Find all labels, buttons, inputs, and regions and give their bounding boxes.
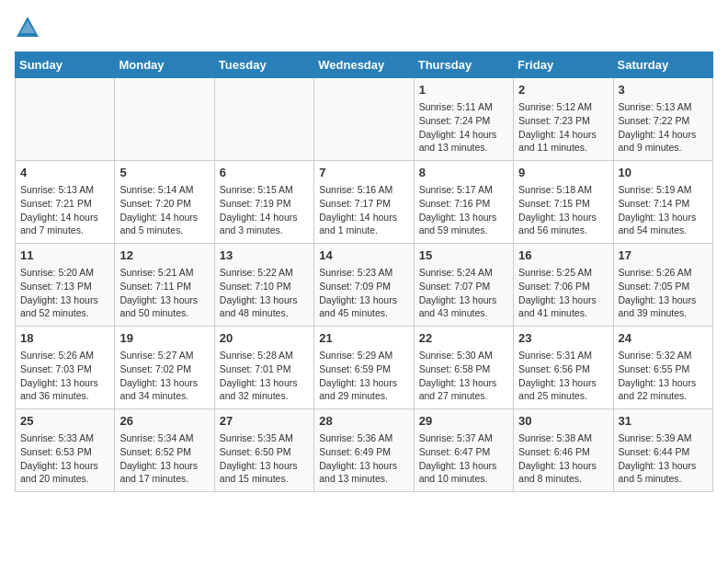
day-number: 9 xyxy=(518,165,608,181)
calendar-week-row: 11Sunrise: 5:20 AMSunset: 7:13 PMDayligh… xyxy=(16,244,713,327)
day-number: 10 xyxy=(619,165,708,181)
calendar-cell: 2Sunrise: 5:12 AMSunset: 7:23 PMDaylight… xyxy=(514,78,613,161)
day-info: Sunrise: 5:38 AMSunset: 6:46 PMDaylight:… xyxy=(518,431,608,486)
day-info: Sunrise: 5:15 AMSunset: 7:19 PMDaylight:… xyxy=(220,183,309,237)
day-info: Sunrise: 5:23 AMSunset: 7:09 PMDaylight:… xyxy=(319,266,408,320)
day-number: 4 xyxy=(20,165,109,181)
day-info: Sunrise: 5:28 AMSunset: 7:01 PMDaylight:… xyxy=(220,349,309,403)
day-number: 6 xyxy=(220,165,309,181)
day-number: 27 xyxy=(220,413,309,430)
calendar-cell: 19Sunrise: 5:27 AMSunset: 7:02 PMDayligh… xyxy=(115,327,214,409)
day-number: 23 xyxy=(518,330,608,347)
day-number: 18 xyxy=(20,330,109,347)
calendar-cell: 1Sunrise: 5:11 AMSunset: 7:24 PMDaylight… xyxy=(414,78,513,161)
day-number: 7 xyxy=(319,165,408,181)
calendar-cell: 23Sunrise: 5:31 AMSunset: 6:56 PMDayligh… xyxy=(514,327,613,409)
calendar-cell: 24Sunrise: 5:32 AMSunset: 6:55 PMDayligh… xyxy=(613,327,712,409)
day-info: Sunrise: 5:26 AMSunset: 7:05 PMDaylight:… xyxy=(619,266,708,320)
calendar-cell: 31Sunrise: 5:39 AMSunset: 6:44 PMDayligh… xyxy=(613,409,712,492)
calendar-cell: 30Sunrise: 5:38 AMSunset: 6:46 PMDayligh… xyxy=(514,409,613,492)
day-info: Sunrise: 5:24 AMSunset: 7:07 PMDaylight:… xyxy=(419,266,508,320)
day-info: Sunrise: 5:18 AMSunset: 7:15 PMDaylight:… xyxy=(518,183,608,237)
day-info: Sunrise: 5:17 AMSunset: 7:16 PMDaylight:… xyxy=(419,183,508,237)
day-header-friday: Friday xyxy=(514,52,613,78)
day-info: Sunrise: 5:39 AMSunset: 6:44 PMDaylight:… xyxy=(619,431,708,486)
day-info: Sunrise: 5:21 AMSunset: 7:11 PMDaylight:… xyxy=(119,266,209,320)
calendar-cell: 20Sunrise: 5:28 AMSunset: 7:01 PMDayligh… xyxy=(214,327,313,409)
day-number: 2 xyxy=(518,82,608,98)
day-number: 22 xyxy=(419,330,508,347)
calendar-cell: 7Sunrise: 5:16 AMSunset: 7:17 PMDaylight… xyxy=(314,161,414,244)
calendar-cell: 15Sunrise: 5:24 AMSunset: 7:07 PMDayligh… xyxy=(414,244,513,327)
day-number: 25 xyxy=(20,413,109,430)
day-number: 26 xyxy=(119,413,209,430)
day-info: Sunrise: 5:27 AMSunset: 7:02 PMDaylight:… xyxy=(119,349,209,403)
calendar-cell: 26Sunrise: 5:34 AMSunset: 6:52 PMDayligh… xyxy=(115,409,214,492)
day-info: Sunrise: 5:32 AMSunset: 6:55 PMDaylight:… xyxy=(619,349,708,403)
calendar-cell: 16Sunrise: 5:25 AMSunset: 7:06 PMDayligh… xyxy=(514,244,613,327)
calendar-cell: 25Sunrise: 5:33 AMSunset: 6:53 PMDayligh… xyxy=(16,409,115,492)
day-number: 19 xyxy=(119,330,209,347)
day-info: Sunrise: 5:11 AMSunset: 7:24 PMDaylight:… xyxy=(419,100,508,155)
logo-icon xyxy=(15,15,40,40)
day-info: Sunrise: 5:33 AMSunset: 6:53 PMDaylight:… xyxy=(20,431,109,486)
day-info: Sunrise: 5:31 AMSunset: 6:56 PMDaylight:… xyxy=(518,349,608,403)
calendar-table: SundayMondayTuesdayWednesdayThursdayFrid… xyxy=(15,52,713,492)
calendar-cell: 22Sunrise: 5:30 AMSunset: 6:58 PMDayligh… xyxy=(414,327,513,409)
calendar-cell: 6Sunrise: 5:15 AMSunset: 7:19 PMDaylight… xyxy=(214,161,313,244)
calendar-cell xyxy=(214,78,313,161)
day-header-monday: Monday xyxy=(115,52,214,78)
calendar-cell: 4Sunrise: 5:13 AMSunset: 7:21 PMDaylight… xyxy=(16,161,115,244)
logo xyxy=(15,15,44,40)
day-info: Sunrise: 5:13 AMSunset: 7:22 PMDaylight:… xyxy=(619,100,708,155)
day-info: Sunrise: 5:25 AMSunset: 7:06 PMDaylight:… xyxy=(518,266,608,320)
day-info: Sunrise: 5:35 AMSunset: 6:50 PMDaylight:… xyxy=(220,431,309,486)
calendar-cell: 14Sunrise: 5:23 AMSunset: 7:09 PMDayligh… xyxy=(314,244,414,327)
day-info: Sunrise: 5:36 AMSunset: 6:49 PMDaylight:… xyxy=(319,431,408,486)
calendar-cell: 28Sunrise: 5:36 AMSunset: 6:49 PMDayligh… xyxy=(314,409,414,492)
calendar-week-row: 18Sunrise: 5:26 AMSunset: 7:03 PMDayligh… xyxy=(16,327,713,409)
calendar-cell: 5Sunrise: 5:14 AMSunset: 7:20 PMDaylight… xyxy=(115,161,214,244)
day-number: 3 xyxy=(619,82,708,98)
calendar-cell: 17Sunrise: 5:26 AMSunset: 7:05 PMDayligh… xyxy=(613,244,712,327)
day-number: 11 xyxy=(20,247,109,264)
day-number: 21 xyxy=(319,330,408,347)
day-number: 29 xyxy=(419,413,508,430)
day-info: Sunrise: 5:13 AMSunset: 7:21 PMDaylight:… xyxy=(20,183,109,237)
day-header-wednesday: Wednesday xyxy=(314,52,414,78)
calendar-cell: 12Sunrise: 5:21 AMSunset: 7:11 PMDayligh… xyxy=(115,244,214,327)
day-number: 1 xyxy=(419,82,508,98)
day-info: Sunrise: 5:14 AMSunset: 7:20 PMDaylight:… xyxy=(119,183,209,237)
calendar-cell xyxy=(115,78,214,161)
calendar-cell: 9Sunrise: 5:18 AMSunset: 7:15 PMDaylight… xyxy=(514,161,613,244)
day-number: 14 xyxy=(319,247,408,264)
day-number: 28 xyxy=(319,413,408,430)
day-header-sunday: Sunday xyxy=(16,52,115,78)
day-number: 30 xyxy=(518,413,608,430)
day-header-tuesday: Tuesday xyxy=(214,52,313,78)
day-info: Sunrise: 5:37 AMSunset: 6:47 PMDaylight:… xyxy=(419,431,508,486)
day-info: Sunrise: 5:20 AMSunset: 7:13 PMDaylight:… xyxy=(20,266,109,320)
calendar-week-row: 1Sunrise: 5:11 AMSunset: 7:24 PMDaylight… xyxy=(16,78,713,161)
calendar-cell: 27Sunrise: 5:35 AMSunset: 6:50 PMDayligh… xyxy=(214,409,313,492)
day-number: 17 xyxy=(619,247,708,264)
day-info: Sunrise: 5:34 AMSunset: 6:52 PMDaylight:… xyxy=(119,431,209,486)
calendar-cell: 18Sunrise: 5:26 AMSunset: 7:03 PMDayligh… xyxy=(16,327,115,409)
calendar-header-row: SundayMondayTuesdayWednesdayThursdayFrid… xyxy=(16,52,713,78)
day-info: Sunrise: 5:16 AMSunset: 7:17 PMDaylight:… xyxy=(319,183,408,237)
day-info: Sunrise: 5:19 AMSunset: 7:14 PMDaylight:… xyxy=(619,183,708,237)
day-header-saturday: Saturday xyxy=(613,52,712,78)
day-number: 24 xyxy=(619,330,708,347)
day-info: Sunrise: 5:30 AMSunset: 6:58 PMDaylight:… xyxy=(419,349,508,403)
calendar-cell: 13Sunrise: 5:22 AMSunset: 7:10 PMDayligh… xyxy=(214,244,313,327)
calendar-week-row: 4Sunrise: 5:13 AMSunset: 7:21 PMDaylight… xyxy=(16,161,713,244)
day-number: 20 xyxy=(220,330,309,347)
calendar-cell: 11Sunrise: 5:20 AMSunset: 7:13 PMDayligh… xyxy=(16,244,115,327)
day-number: 12 xyxy=(119,247,209,264)
calendar-cell: 10Sunrise: 5:19 AMSunset: 7:14 PMDayligh… xyxy=(613,161,712,244)
calendar-cell: 29Sunrise: 5:37 AMSunset: 6:47 PMDayligh… xyxy=(414,409,513,492)
calendar-cell: 21Sunrise: 5:29 AMSunset: 6:59 PMDayligh… xyxy=(314,327,414,409)
day-number: 31 xyxy=(619,413,708,430)
day-number: 15 xyxy=(419,247,508,264)
calendar-cell: 3Sunrise: 5:13 AMSunset: 7:22 PMDaylight… xyxy=(613,78,712,161)
